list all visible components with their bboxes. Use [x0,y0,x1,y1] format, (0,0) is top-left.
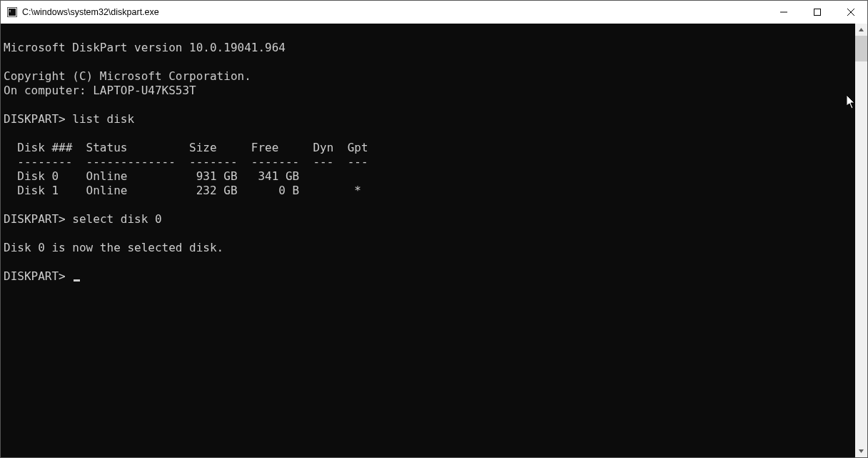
prompt: DISKPART> [4,112,66,126]
text-cursor [74,279,80,282]
scroll-up-button[interactable] [855,24,867,36]
app-icon [6,6,18,18]
svg-rect-3 [9,11,11,12]
version-line: Microsoft DiskPart version 10.0.19041.96… [4,41,286,54]
chevron-up-icon [858,26,864,33]
copyright-line: Copyright (C) Microsoft Corporation. [4,69,251,83]
window-controls [767,1,867,24]
svg-marker-9 [859,449,864,453]
client-area: Microsoft DiskPart version 10.0.19041.96… [1,24,867,457]
command-input: select disk 0 [72,212,161,226]
vertical-scrollbar[interactable] [855,24,867,457]
svg-rect-5 [814,9,820,16]
svg-marker-8 [859,28,864,31]
minimize-button[interactable] [767,1,800,24]
window-title: C:\windows\system32\diskpart.exe [22,7,767,17]
computer-line: On computer: LAPTOP-U47KS53T [4,84,196,97]
table-divider: -------- ------------- ------- ------- -… [4,155,368,169]
table-header: Disk ### Status Size Free Dyn Gpt [4,141,368,154]
console[interactable]: Microsoft DiskPart version 10.0.19041.96… [1,24,855,457]
scrollbar-track[interactable] [855,36,867,445]
prompt: DISKPART> [4,212,66,226]
prompt: DISKPART> [4,269,66,283]
message: Disk 0 is now the selected disk. [4,241,223,254]
close-button[interactable] [834,1,867,24]
chevron-down-icon [858,448,864,454]
titlebar[interactable]: C:\windows\system32\diskpart.exe [1,1,867,24]
scrollbar-thumb[interactable] [855,36,867,61]
svg-rect-2 [9,10,11,11]
table-row: Disk 0 Online 931 GB 341 GB [4,169,299,183]
window: C:\windows\system32\diskpart.exe Microso… [0,0,868,458]
maximize-button[interactable] [800,1,834,24]
scroll-down-button[interactable] [855,445,867,457]
table-row: Disk 1 Online 232 GB 0 B * [4,184,361,197]
command-input: list disk [72,112,134,126]
